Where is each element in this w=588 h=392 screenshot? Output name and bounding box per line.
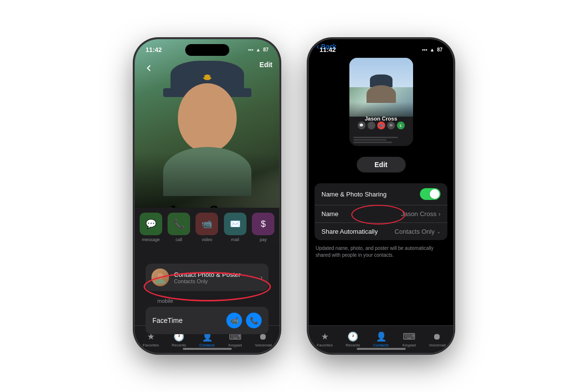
signal-icon-2: ▪▪▪ bbox=[422, 47, 427, 52]
pay-label: pay bbox=[260, 237, 267, 242]
status-icons-2: ▪▪▪ ▲ 87 bbox=[422, 47, 442, 52]
preview-contact-name: Jason Cross bbox=[349, 116, 413, 122]
preview-btn-pay: $ bbox=[397, 122, 405, 129]
name-row[interactable]: Name Jason Cross › bbox=[315, 205, 447, 223]
status-icons-1: ▪▪▪ ▲ 87 bbox=[248, 47, 269, 52]
facetime-audio-icon[interactable]: 📞 bbox=[246, 313, 262, 328]
back-button[interactable] bbox=[142, 61, 156, 75]
preview-photo bbox=[349, 58, 413, 117]
pay-icon: $ bbox=[252, 213, 274, 235]
settings-note: Updated name, photo, and poster will be … bbox=[309, 242, 453, 263]
tab2-keypad[interactable]: ⌨ Keypad bbox=[395, 331, 423, 347]
mail-label: mail bbox=[231, 237, 240, 242]
action-video[interactable]: 📹 video bbox=[196, 213, 218, 242]
rec-label-2: Recents bbox=[345, 343, 360, 347]
phone-1: 11:42 ▪▪▪ ▲ 87 bbox=[135, 39, 279, 353]
tab2-recents[interactable]: 🕐 Recents bbox=[339, 331, 367, 347]
share-auto-row[interactable]: Share Automatically Contacts Only ⌄ bbox=[315, 223, 447, 240]
fav-icon-2: ★ bbox=[321, 331, 329, 342]
rec-icon-2: 🕐 bbox=[347, 331, 358, 342]
sharing-toggle[interactable] bbox=[420, 188, 441, 200]
svg-point-0 bbox=[157, 273, 163, 279]
action-call[interactable]: 📞 call bbox=[168, 213, 190, 242]
phone2-content: 11:42 ▪▪▪ ▲ 87 ‹ Back bbox=[309, 39, 453, 353]
status-time-1: 11:42 bbox=[146, 46, 162, 53]
wifi-icon-2: ▲ bbox=[430, 47, 435, 52]
name-chevron-icon: › bbox=[439, 210, 441, 218]
facetime-label: FaceTime bbox=[152, 317, 183, 324]
mobile-label: mobile bbox=[151, 296, 263, 306]
message-icon: 💬 bbox=[140, 213, 162, 235]
contact-poster-row[interactable]: Contact Photo & Poster Contacts Only › bbox=[146, 264, 269, 291]
dynamic-island-1 bbox=[185, 44, 229, 56]
battery-icon-2: 87 bbox=[437, 47, 442, 52]
preview-btn-mail: ✉ bbox=[387, 122, 395, 129]
poster-avatar bbox=[151, 269, 169, 286]
tab2-contacts[interactable]: 👤 Contacts bbox=[367, 331, 395, 347]
photo-gradient bbox=[135, 152, 279, 211]
contacts-label: Contacts bbox=[199, 343, 215, 347]
mail-icon: ✉️ bbox=[224, 213, 246, 235]
voicemail-label: Voicemail bbox=[255, 343, 271, 347]
favorites-label: Favorites bbox=[143, 343, 159, 347]
facetime-video-icon[interactable]: 📹 bbox=[226, 313, 242, 328]
battery-icon: 87 bbox=[263, 47, 269, 52]
poster-chevron-icon: › bbox=[260, 273, 263, 281]
action-mail[interactable]: ✉️ mail bbox=[224, 213, 246, 242]
name-label: Name bbox=[321, 210, 339, 218]
recents-label: Recents bbox=[172, 343, 186, 347]
preview-content-lines bbox=[353, 137, 409, 143]
key-label-2: Keypad bbox=[402, 343, 416, 347]
share-auto-label: Share Automatically bbox=[321, 228, 378, 235]
poster-text: Contact Photo & Poster Contacts Only bbox=[174, 271, 260, 284]
action-pay[interactable]: $ pay bbox=[252, 213, 274, 242]
call-icon: 📞 bbox=[168, 213, 190, 235]
share-auto-value: Contacts Only ⌄ bbox=[394, 228, 441, 235]
phone-2: 11:42 ▪▪▪ ▲ 87 ‹ Back bbox=[309, 39, 453, 353]
toggle-knob bbox=[430, 189, 440, 199]
poster-title: Contact Photo & Poster bbox=[174, 271, 260, 278]
wifi-icon: ▲ bbox=[256, 47, 261, 52]
poster-subtitle: Contacts Only bbox=[174, 278, 260, 284]
phone1-content: Edit Jason Cross 💬 message 📞 call 📹 vide… bbox=[135, 39, 279, 353]
home-indicator-1 bbox=[183, 348, 232, 350]
fav-label-2: Favorites bbox=[317, 343, 333, 347]
contact-card-preview: Jason Cross 💬 📞 📹 ✉ $ bbox=[349, 58, 413, 146]
message-label: message bbox=[142, 237, 160, 242]
call-label: call bbox=[175, 237, 182, 242]
dynamic-island-2 bbox=[359, 44, 403, 56]
vm-label-2: Voicemail bbox=[429, 343, 445, 347]
name-photo-sharing-label: Name & Photo Sharing bbox=[321, 191, 387, 198]
contact-photo-bg bbox=[135, 39, 279, 211]
edit-pill-button[interactable]: Edit bbox=[357, 157, 406, 172]
con-label-2: Contacts bbox=[373, 343, 389, 347]
tab2-voicemail[interactable]: ⏺ Voicemail bbox=[423, 332, 451, 347]
name-photo-sharing-row[interactable]: Name & Photo Sharing bbox=[315, 183, 447, 205]
name-value: Jason Cross › bbox=[401, 210, 441, 218]
share-auto-chevron-icon: ⌄ bbox=[437, 229, 441, 234]
facetime-row[interactable]: FaceTime 📹 📞 bbox=[146, 307, 269, 334]
vm-icon-2: ⏺ bbox=[433, 332, 441, 342]
svg-point-1 bbox=[155, 279, 165, 284]
key-icon-2: ⌨ bbox=[403, 331, 416, 342]
home-indicator-2 bbox=[357, 348, 406, 350]
preview-btn-call: 📞 bbox=[368, 122, 375, 129]
tab2-favorites[interactable]: ★ Favorites bbox=[311, 331, 339, 347]
preview-btn-video: 📹 bbox=[377, 122, 385, 129]
person-face bbox=[178, 83, 237, 152]
settings-section: Name & Photo Sharing Name Jason Cross › … bbox=[315, 183, 447, 240]
facetime-icons: 📹 📞 bbox=[226, 313, 262, 328]
video-icon: 📹 bbox=[196, 213, 218, 235]
preview-btn-msg: 💬 bbox=[358, 122, 366, 129]
signal-icon: ▪▪▪ bbox=[248, 47, 253, 52]
video-label: video bbox=[202, 237, 213, 242]
status-time-2: 11:42 bbox=[319, 46, 336, 53]
edit-button-phone1[interactable]: Edit bbox=[260, 61, 272, 69]
keypad-label: Keypad bbox=[228, 343, 242, 347]
action-message[interactable]: 💬 message bbox=[140, 213, 162, 242]
con-icon-2: 👤 bbox=[376, 331, 387, 342]
